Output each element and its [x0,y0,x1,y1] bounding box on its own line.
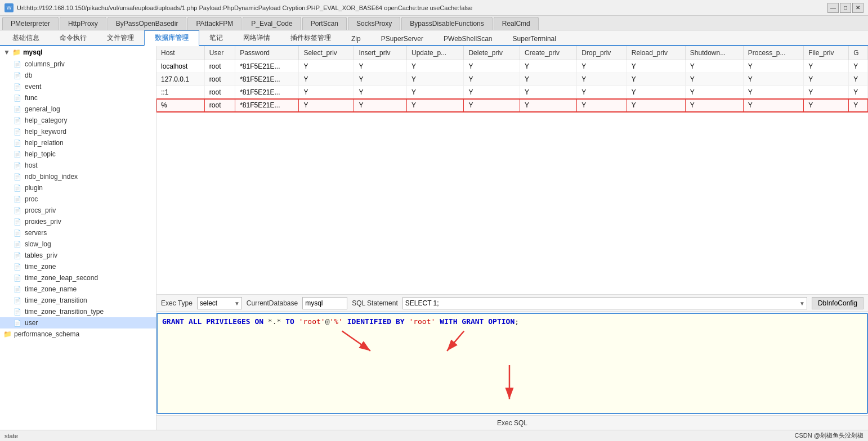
table-icon: 📄 [14,297,21,304]
sidebar-item-help_relation[interactable]: 📄help_relation [0,137,156,148]
sidebar-table-label: general_log [25,105,60,113]
tab-pattackfpm[interactable]: PAttackFPM [187,17,241,30]
tab-zip[interactable]: Zip [341,33,371,45]
tab-biji[interactable]: 笔记 [199,31,233,45]
sidebar-item-help_topic[interactable]: 📄help_topic [0,148,156,160]
table-cell: root [204,86,235,99]
col-header-password: Password [235,46,299,60]
minimize-button[interactable]: — [827,3,839,13]
tab-pwebshellscan[interactable]: PWebShellScan [433,33,503,45]
table-cell: Y [804,86,849,99]
close-button[interactable]: ✕ [852,3,863,13]
sidebar-table-list: 📄columns_priv📄db📄event📄func📄general_log📄… [0,58,156,328]
sidebar-item-func[interactable]: 📄func [0,92,156,104]
exec-sql-button[interactable]: Exec SQL [156,415,868,430]
sidebar-table-label: host [25,161,38,169]
db-folder-icon: 📁 [12,48,21,56]
sidebar-item-general_log[interactable]: 📄general_log [0,104,156,115]
sidebar-db-performance-label: performance_schema [14,330,79,338]
tab-superterminal[interactable]: SuperTerminal [503,33,566,45]
sidebar-table-label: time_zone_transition_type [25,308,104,316]
table-cell: Y [407,60,464,73]
sidebar-item-event[interactable]: 📄event [0,81,156,92]
col-header-create-priv: Create_priv [520,46,577,60]
sidebar-item-proxies_priv[interactable]: 📄proxies_priv [0,216,156,227]
tab-wenjian[interactable]: 文件管理 [97,31,144,45]
sidebar-item-servers[interactable]: 📄servers [0,227,156,238]
tab-mingling[interactable]: 命令执行 [50,31,97,45]
table-row[interactable]: ::1root*81F5E21E...YYYYYYYYYYY [156,86,868,99]
table-row[interactable]: localhostroot*81F5E21E...YYYYYYYYYYY [156,60,868,73]
table-area: HostUserPasswordSelect_privInsert_privUp… [156,46,868,295]
col-header-user: User [204,46,235,60]
tab-portscan[interactable]: PortScan [302,17,347,30]
tab-bypassdisablefunctions[interactable]: BypassDisableFunctions [401,17,492,30]
table-cell: % [156,99,204,112]
sidebar-item-time_zone_transition_type[interactable]: 📄time_zone_transition_type [0,306,156,317]
col-header-select-priv: Select_priv [299,46,354,60]
sql-editor-content: GRANT ALL PRIVILEGES ON *.* TO 'root'@'%… [162,317,862,326]
table-icon: 📄 [14,140,21,147]
table-row[interactable]: %root*81F5E21E...YYYYYYYYYYY [156,99,868,112]
tab-realcmd[interactable]: RealCmd [494,17,539,30]
sidebar-table-label: columns_priv [25,60,65,68]
tab-bypassopenbasedir[interactable]: ByPassOpenBasedir [108,17,187,30]
table-cell: Y [685,73,743,86]
sidebar-item-slow_log[interactable]: 📄slow_log [0,238,156,250]
table-cell: *81F5E21E... [235,60,299,73]
window-controls: — □ ✕ [827,3,863,13]
svg-line-3 [342,331,370,351]
db-info-config-button[interactable]: DbInfoConfig [812,297,863,309]
tab-socksproxy[interactable]: SocksProxy [348,17,400,30]
sql-editor[interactable]: GRANT ALL PRIVILEGES ON *.* TO 'root'@'%… [156,313,868,414]
current-db-input[interactable] [302,297,347,309]
statusbar-left: state [5,433,18,439]
sidebar-item-time_zone_transition[interactable]: 📄time_zone_transition [0,295,156,306]
table-cell: root [204,73,235,86]
sidebar-item-performance-schema[interactable]: 📁 performance_schema [0,328,156,340]
sidebar-item-plugin[interactable]: 📄plugin [0,182,156,194]
table-cell: Y [804,99,849,112]
sidebar-table-label: servers [25,229,47,237]
tab-wangluo[interactable]: 网络详情 [233,31,280,45]
tab-chajian[interactable]: 插件标签管理 [280,31,341,45]
table-cell: 127.0.0.1 [156,73,204,86]
sidebar-item-ndb_binlog_index[interactable]: 📄ndb_binlog_index [0,171,156,182]
sidebar-item-time_zone_leap_second[interactable]: 📄time_zone_leap_second [0,272,156,284]
sidebar-item-tables_priv[interactable]: 📄tables_priv [0,250,156,261]
sidebar-root-mysql[interactable]: ▼ 📁 mysql [0,46,156,58]
sidebar-item-help_category[interactable]: 📄help_category [0,115,156,126]
table-icon: 📄 [14,151,21,158]
tab-p-eval-code[interactable]: P_Eval_Code [243,17,301,30]
sidebar: ▼ 📁 mysql 📄columns_priv📄db📄event📄func📄ge… [0,46,156,430]
sidebar-item-help_keyword[interactable]: 📄help_keyword [0,126,156,137]
sidebar-item-time_zone_name[interactable]: 📄time_zone_name [0,284,156,295]
table-cell: Y [743,86,803,99]
table-cell: Y [299,60,354,73]
table-cell: Y [520,99,577,112]
sql-statement-input[interactable] [402,297,807,309]
sidebar-item-columns_priv[interactable]: 📄columns_priv [0,58,156,70]
tab-jichuxinxi[interactable]: 基础信息 [2,31,50,45]
sidebar-item-procs_priv[interactable]: 📄procs_priv [0,205,156,216]
tab-httpproxy[interactable]: HttpProxy [60,17,106,30]
tab-pmeterpreter[interactable]: PMeterpreter [2,17,59,30]
table-header-row: HostUserPasswordSelect_privInsert_privUp… [156,46,868,60]
table-cell: Y [849,86,868,99]
exec-type-input[interactable] [197,297,242,309]
sidebar-item-db[interactable]: 📄db [0,70,156,81]
table-cell: Y [299,73,354,86]
table-cell: Y [520,60,577,73]
table-row[interactable]: 127.0.0.1root*81F5E21E...YYYYYYYYYYY [156,73,868,86]
table-cell: localhost [156,60,204,73]
sidebar-item-time_zone[interactable]: 📄time_zone [0,261,156,272]
sidebar-item-user[interactable]: 📄user [0,317,156,328]
tab-shujuku[interactable]: 数据库管理 [144,30,199,46]
table-cell: Y [627,73,685,86]
sidebar-item-host[interactable]: 📄host [0,160,156,171]
sidebar-item-proc[interactable]: 📄proc [0,194,156,205]
maximize-button[interactable]: □ [840,3,851,13]
tab-psuperserver[interactable]: PSuperServer [371,33,433,45]
svg-line-4 [447,331,464,351]
table-icon: 📄 [14,308,21,316]
